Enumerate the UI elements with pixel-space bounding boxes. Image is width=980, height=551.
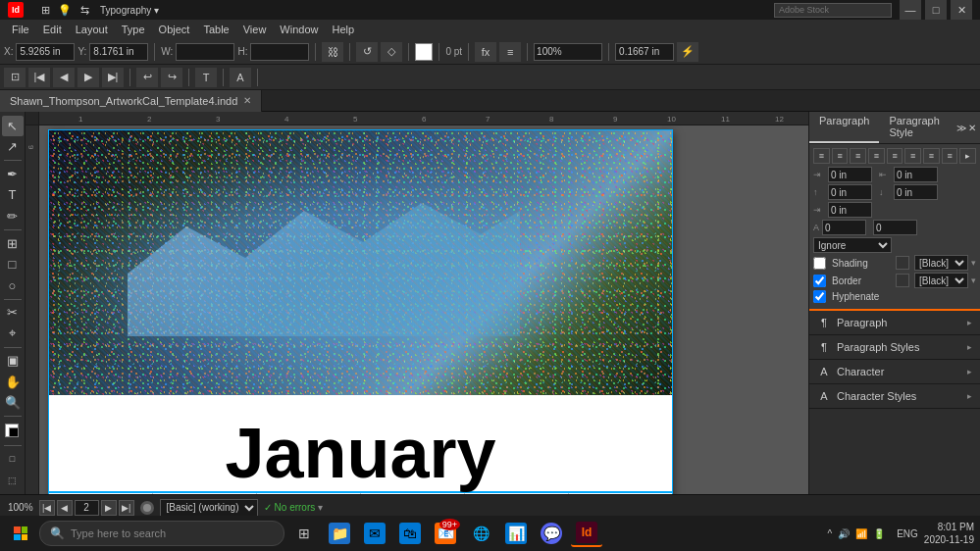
redo-icon[interactable]: ↪ — [161, 68, 182, 87]
fill-stroke-swatch[interactable] — [3, 422, 23, 440]
ratio-input[interactable] — [615, 43, 674, 61]
right-indent-input[interactable] — [894, 167, 938, 182]
fx-icon[interactable]: fx — [475, 42, 496, 62]
rect-tool[interactable]: □ — [2, 254, 24, 275]
taskbar-indesign[interactable]: Id — [571, 520, 602, 547]
sync-icon[interactable]: ⚡ — [677, 42, 698, 62]
panel-close-icon[interactable]: ✕ — [968, 123, 976, 133]
dropcap-chars-input[interactable] — [873, 220, 917, 235]
align-left[interactable]: ≡ — [813, 148, 830, 164]
panel-character[interactable]: A Character ▸ — [809, 360, 980, 384]
para-menu-btn[interactable]: ▸ — [959, 148, 976, 164]
rotate-icon[interactable]: ↺ — [356, 42, 378, 62]
panel-paragraph[interactable]: ¶ Paragraph ▸ — [809, 311, 980, 335]
panel-paragraph-styles[interactable]: ¶ Paragraph Styles ▸ — [809, 335, 980, 360]
workspace-selector[interactable]: Typography ▾ — [100, 5, 159, 16]
shading-checkbox[interactable] — [813, 257, 826, 270]
lightbulb-icon[interactable]: 💡 — [57, 2, 73, 18]
scissors-tool[interactable]: ✂ — [2, 302, 24, 323]
ignore-dropdown[interactable]: Ignore — [813, 237, 892, 253]
dropcap-lines-input[interactable] — [822, 220, 866, 235]
menu-layout[interactable]: Layout — [70, 20, 114, 39]
rect-frame-tool[interactable]: ⊞ — [2, 233, 24, 254]
shading-color-swatch[interactable] — [896, 256, 909, 270]
taskbar-chrome[interactable]: 🌐 — [465, 520, 496, 547]
align-justify[interactable]: ≡ — [868, 148, 885, 164]
align-towards-spine[interactable]: ≡ — [923, 148, 940, 164]
prev-icon[interactable]: |◀ — [28, 68, 50, 87]
align-justify-all[interactable]: ≡ — [904, 148, 921, 164]
last-page-btn[interactable]: ▶| — [119, 500, 134, 516]
select-all-icon[interactable]: ⊡ — [4, 68, 26, 87]
gradient-tool[interactable]: ▣ — [2, 351, 24, 372]
space-before-input[interactable] — [828, 184, 872, 200]
play-icon[interactable]: ▶ — [77, 68, 99, 87]
taskbar-search[interactable]: 🔍 Type here to search — [39, 521, 284, 546]
zoom-tool[interactable]: 🔍 — [2, 393, 24, 414]
next-icon[interactable]: ▶| — [102, 68, 124, 87]
border-color-swatch[interactable] — [896, 274, 909, 287]
first-page-btn[interactable]: |◀ — [39, 500, 55, 516]
border-menu[interactable]: ▾ — [971, 276, 976, 285]
arrange-icon[interactable]: ⇆ — [77, 2, 92, 18]
screen-mode-icon[interactable]: ⊞ — [37, 2, 53, 18]
doc-tab-close[interactable]: ✕ — [243, 95, 251, 106]
layer-select[interactable]: [Basic] (working) — [160, 499, 258, 517]
menu-view[interactable]: View — [237, 20, 273, 39]
ellipse-tool[interactable]: ○ — [2, 276, 24, 296]
space-after-input[interactable] — [894, 184, 938, 200]
type-tool[interactable]: T — [2, 185, 24, 206]
menu-file[interactable]: File — [6, 20, 35, 39]
taskbar-mail[interactable]: ✉ — [359, 520, 390, 547]
zoom-input[interactable] — [534, 43, 602, 61]
undo-icon[interactable]: ↩ — [136, 68, 158, 87]
close-btn[interactable]: ✕ — [951, 0, 972, 20]
maximize-btn[interactable]: □ — [925, 0, 947, 20]
taskbar-store[interactable]: 🛍 — [394, 520, 426, 547]
panel-menu-icon[interactable]: ≫ — [956, 123, 966, 133]
tray-arrow[interactable]: ^ — [827, 528, 832, 539]
constrain-icon[interactable]: ⛓ — [322, 42, 343, 62]
taskbar-counter[interactable]: 99+ 📧 — [430, 520, 461, 547]
back-icon[interactable]: ◀ — [53, 68, 75, 87]
taskbar-outlook[interactable]: 📊 — [500, 520, 532, 547]
hyphenate-checkbox[interactable] — [813, 290, 826, 303]
adobe-stock-search[interactable] — [774, 3, 892, 18]
border-checkbox[interactable] — [813, 275, 826, 287]
align-justify-last[interactable]: ≡ — [887, 148, 903, 164]
hand-tool[interactable]: ✋ — [2, 372, 24, 392]
first-line-input[interactable] — [828, 202, 872, 218]
prev-page-btn[interactable]: ◀ — [57, 500, 73, 516]
y-input[interactable] — [89, 43, 148, 61]
next-page-btn[interactable]: ▶ — [101, 500, 117, 516]
select-tool[interactable]: ↖ — [2, 116, 24, 136]
menu-object[interactable]: Object — [153, 20, 196, 39]
char-style-icon[interactable]: A — [230, 68, 251, 87]
menu-edit[interactable]: Edit — [37, 20, 68, 39]
x-input[interactable] — [16, 43, 75, 61]
taskbar-discord[interactable]: 💬 — [536, 520, 567, 547]
page-number-input[interactable] — [75, 500, 99, 516]
text-icon[interactable]: T — [195, 68, 217, 87]
shear-icon[interactable]: ◇ — [381, 42, 402, 62]
minimize-btn[interactable]: — — [900, 0, 921, 20]
h-input[interactable] — [250, 43, 309, 61]
taskbar-explorer[interactable]: 📁 — [324, 520, 355, 547]
align-icon[interactable]: ≡ — [499, 42, 521, 62]
document-tab[interactable]: Shawn_Thompson_ArtworkCal_Template4.indd… — [0, 90, 262, 112]
shading-color-select[interactable]: [Black] — [914, 255, 968, 271]
align-right[interactable]: ≡ — [850, 148, 866, 164]
errors-dropdown[interactable]: ▾ — [318, 502, 323, 513]
transform-tool[interactable]: ⌖ — [2, 324, 24, 344]
menu-help[interactable]: Help — [326, 20, 360, 39]
border-color-select[interactable]: [Black] — [914, 273, 968, 288]
align-away-spine[interactable]: ≡ — [942, 148, 958, 164]
bleed-mode[interactable]: ⬚ — [2, 470, 24, 490]
shading-menu[interactable]: ▾ — [971, 258, 976, 268]
menu-table[interactable]: Table — [197, 20, 234, 39]
left-indent-input[interactable] — [828, 167, 872, 182]
menu-window[interactable]: Window — [274, 20, 324, 39]
menu-type[interactable]: Type — [116, 20, 151, 39]
pen-tool[interactable]: ✒ — [2, 164, 24, 184]
preview-mode[interactable]: □ — [2, 449, 24, 470]
